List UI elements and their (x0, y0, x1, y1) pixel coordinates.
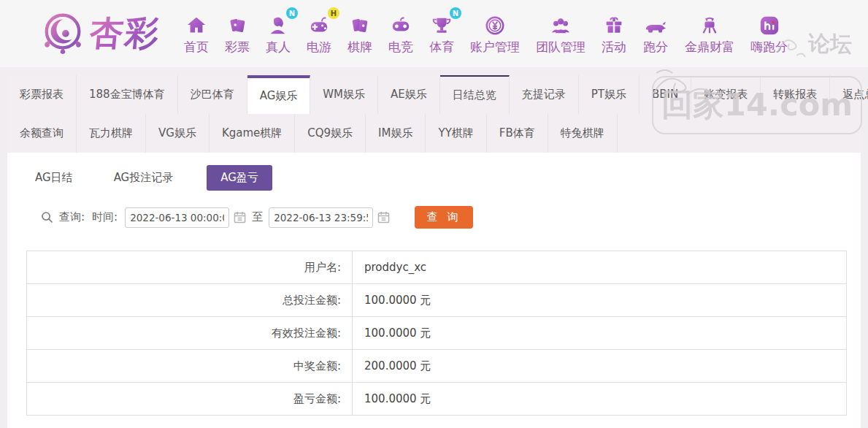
table-row: 盈亏金额: 100.0000 元 (27, 383, 847, 416)
tab-row-1: 彩票报表 188金宝博体育 沙巴体育 AG娱乐 WM娱乐 AE娱乐 日结总览 充… (7, 75, 861, 114)
tab-pt-entertainment[interactable]: PT娱乐 (579, 75, 640, 114)
nav-item-label: 真人 (266, 39, 291, 56)
nav-item-egames[interactable]: H 电游 (307, 12, 331, 56)
row-label: 用户名: (27, 251, 353, 284)
new-badge: N (450, 7, 461, 19)
subtab-ag-daily[interactable]: AG日结 (28, 166, 80, 190)
table-row: 有效投注金额: 100.0000 元 (27, 317, 847, 350)
date-to-input[interactable] (269, 207, 373, 228)
calendar-icon[interactable] (234, 211, 246, 223)
hot-badge: H (328, 7, 339, 19)
query-submit-button[interactable]: 查 询 (415, 206, 473, 229)
tab-ae-entertainment[interactable]: AE娱乐 (378, 75, 440, 114)
nav-item-label: 棋牌 (347, 39, 372, 56)
tab-fb-sports[interactable]: FB体育 (487, 114, 548, 153)
ding-vessel-icon (699, 12, 721, 37)
esports-gamepad-icon (389, 12, 412, 37)
nav-item-label: 跑分 (643, 39, 668, 56)
date-from-input[interactable] (125, 207, 229, 228)
row-label: 盈亏金额: (27, 383, 353, 416)
table-row: 用户名: proddyc_xc (27, 251, 847, 284)
row-value: 200.0000 元 (353, 350, 847, 383)
table-row: 总投注金额: 100.0000 元 (27, 284, 847, 317)
tab-tetu-boardgames[interactable]: 特兔棋牌 (548, 114, 618, 153)
tab-transfer-report[interactable]: 转账报表 (761, 75, 830, 114)
nav-items: 首页 彩票 (176, 12, 796, 56)
brand-logo[interactable]: 杏彩 (40, 9, 160, 58)
tab-wali-boardgames[interactable]: 瓦力棋牌 (77, 114, 146, 153)
nav-item-promotions[interactable]: 活动 (602, 12, 626, 56)
tab-lottery-report[interactable]: 彩票报表 (7, 75, 77, 114)
tab-account-change-report[interactable]: 账变报表 (691, 75, 761, 114)
nav-item-team[interactable]: 团队管理 (536, 12, 585, 56)
tab-deposit-withdraw[interactable]: 充提记录 (510, 75, 579, 114)
table-row: 中奖金额: 200.0000 元 (27, 350, 847, 383)
tab-balance-query[interactable]: 余额查询 (7, 114, 77, 153)
tab-kgame-boardgames[interactable]: Kgame棋牌 (210, 114, 295, 153)
calendar-icon[interactable] (377, 211, 390, 223)
nav-item-account[interactable]: 账户管理 (470, 12, 520, 56)
nav-item-label: 团队管理 (536, 39, 585, 56)
page: 杏彩 首页 彩票 (0, 0, 868, 428)
nav-item-label: 首页 (184, 39, 209, 56)
query-bar: 查询: 时间: 至 查 询 (41, 206, 861, 229)
nav-item-live[interactable]: N 真人 (266, 12, 291, 56)
tab-shaba-sports[interactable]: 沙巴体育 (178, 75, 247, 114)
tickets-icon (226, 12, 248, 37)
tab-cq9-entertainment[interactable]: CQ9娱乐 (295, 114, 366, 153)
nav-item-home[interactable]: 首页 (184, 12, 209, 56)
coin-icon (484, 12, 506, 37)
nav-item-hipaofen[interactable]: 嗨跑分 (750, 12, 788, 56)
top-navbar: 杏彩 首页 彩票 (0, 0, 868, 67)
nav-item-sports[interactable]: N 体育 (429, 12, 454, 56)
gamepad-icon: H (307, 12, 331, 37)
nav-item-label: 彩票 (225, 39, 250, 56)
tab-ag-entertainment[interactable]: AG娱乐 (247, 75, 311, 114)
query-label: 查询: (59, 210, 85, 224)
nav-item-label: 账户管理 (470, 39, 520, 56)
row-value: 100.0000 元 (353, 317, 847, 350)
nav-item-paofen[interactable]: 跑分 (642, 12, 669, 56)
tab-188-sports[interactable]: 188金宝博体育 (77, 75, 178, 114)
team-people-icon (549, 12, 572, 37)
row-label: 中奖金额: (27, 350, 353, 383)
cards-icon (349, 12, 371, 37)
row-value: 100.0000 元 (353, 383, 847, 416)
search-icon (41, 211, 53, 223)
to-label: 至 (252, 210, 263, 224)
lotus-logo-icon (40, 9, 85, 58)
tab-vg-entertainment[interactable]: VG娱乐 (146, 114, 210, 153)
tab-rebate-total[interactable]: 返点总额 (830, 75, 868, 114)
nav-item-label: 电竞 (388, 39, 413, 56)
tab-bbin[interactable]: BBIN (640, 75, 691, 114)
row-label: 有效投注金额: (27, 317, 353, 350)
time-label: 时间: (92, 210, 118, 224)
nav-item-label: 体育 (429, 39, 454, 56)
subtab-ag-profit-loss[interactable]: AG盈亏 (207, 165, 272, 191)
new-badge: N (286, 7, 298, 19)
ag-subtabs: AG日结 AG投注记录 AG盈亏 (28, 165, 861, 191)
row-label: 总投注金额: (27, 284, 353, 317)
nav-item-boardgames[interactable]: 棋牌 (347, 12, 372, 56)
nav-item-label: 活动 (602, 39, 626, 56)
trophy-icon: N (431, 12, 453, 37)
hi-app-icon (758, 12, 780, 37)
tab-wm-entertainment[interactable]: WM娱乐 (310, 75, 378, 114)
gift-icon (603, 12, 625, 37)
nav-item-label: 电游 (307, 39, 331, 56)
rhino-icon (642, 12, 669, 37)
subtab-ag-bet-records[interactable]: AG投注记录 (107, 166, 181, 190)
row-value: proddyc_xc (353, 251, 847, 284)
tab-im-entertainment[interactable]: IM娱乐 (366, 114, 426, 153)
tab-yy-boardgames[interactable]: YY棋牌 (426, 114, 486, 153)
nav-item-label: 金鼎财富 (685, 39, 734, 56)
live-dealer-icon: N (267, 12, 289, 37)
profit-loss-table: 用户名: proddyc_xc 总投注金额: 100.0000 元 有效投注金额… (26, 251, 847, 416)
nav-item-lottery[interactable]: 彩票 (225, 12, 250, 56)
nav-item-esports[interactable]: 电竞 (388, 12, 413, 56)
report-tabs: 彩票报表 188金宝博体育 沙巴体育 AG娱乐 WM娱乐 AE娱乐 日结总览 充… (7, 75, 861, 153)
nav-item-jinding[interactable]: 金鼎财富 (685, 12, 734, 56)
main-panel: 彩票报表 188金宝博体育 沙巴体育 AG娱乐 WM娱乐 AE娱乐 日结总览 充… (7, 75, 861, 428)
tab-daily-overview[interactable]: 日结总览 (440, 75, 510, 114)
row-value: 100.0000 元 (353, 284, 847, 317)
